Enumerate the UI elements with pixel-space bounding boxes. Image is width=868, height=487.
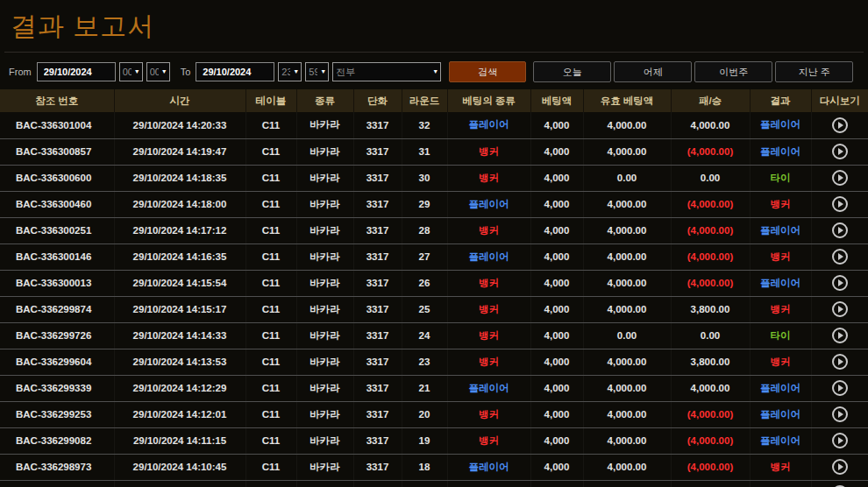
- cell-result: 뱅커: [750, 244, 811, 270]
- cell-shoe: 3317: [353, 375, 402, 401]
- play-circle-icon[interactable]: [832, 249, 848, 265]
- play-circle-icon[interactable]: [832, 117, 848, 133]
- play-circle-icon[interactable]: [832, 222, 848, 238]
- play-circle-icon[interactable]: [832, 170, 848, 186]
- column-header: 결과: [750, 89, 811, 112]
- play-circle-icon[interactable]: [832, 328, 848, 343]
- cell-game-type: 바카라: [296, 401, 353, 427]
- cell-time: 29/10/2024 14:18:00: [114, 191, 245, 217]
- cell-result: 플레이어: [750, 112, 811, 138]
- cell-game-type: 바카라: [296, 427, 353, 454]
- cell-time: 29/10/2024 14:14:33: [114, 322, 245, 349]
- table-row: BAC-336300146 29/10/2024 14:16:35 C11 바카…: [0, 244, 868, 270]
- cell-table: C11: [245, 427, 296, 454]
- cell-result: 플레이어: [750, 138, 811, 165]
- page-title: 결과 보고서: [0, 0, 868, 52]
- play-circle-icon[interactable]: [832, 433, 848, 448]
- play-circle-icon[interactable]: [832, 144, 848, 159]
- cell-bet-type: 뱅커: [447, 349, 530, 375]
- cell-time: 29/10/2024 14:12:29: [114, 375, 245, 401]
- cell-bet-type: 플레이어: [447, 191, 530, 217]
- cell-game-type: 바카라: [296, 322, 353, 349]
- cell-win-lose: 0.00: [671, 322, 750, 349]
- cell-bet-amount: 4,000: [530, 454, 583, 480]
- cell-replay: [811, 138, 868, 165]
- from-hour-select[interactable]: 00: [119, 62, 143, 81]
- from-date-input[interactable]: [37, 62, 116, 81]
- cell-result: 뱅커: [750, 191, 811, 217]
- yesterday-button[interactable]: 어제: [614, 61, 692, 82]
- cell-game-type: 바카라: [296, 138, 353, 165]
- this-week-button[interactable]: 이번주: [694, 61, 772, 82]
- play-circle-icon[interactable]: [832, 275, 848, 291]
- play-circle-icon[interactable]: [832, 406, 848, 422]
- cell-win-lose: (4,000.00): [671, 454, 750, 480]
- table-row: BAC-336299874 29/10/2024 14:15:17 C11 바카…: [0, 296, 868, 322]
- cell-reference-number: BAC-336298783: [0, 480, 114, 487]
- to-date-input[interactable]: [196, 62, 274, 81]
- cell-win-lose: (4,000.00): [671, 244, 750, 270]
- cell-time: 29/10/2024 14:11:15: [114, 427, 245, 454]
- cell-round: 25: [402, 296, 447, 322]
- cell-reference-number: BAC-336300857: [0, 138, 114, 165]
- cell-table: C11: [245, 138, 296, 165]
- table-row: BAC-336298973 29/10/2024 14:10:45 C11 바카…: [0, 454, 868, 480]
- to-minute-select[interactable]: 59: [305, 62, 329, 81]
- to-hour-select[interactable]: 23: [278, 62, 302, 81]
- cell-round: 23: [402, 349, 447, 375]
- today-button[interactable]: 오늘: [533, 61, 611, 82]
- table-row: BAC-336299339 29/10/2024 14:12:29 C11 바카…: [0, 375, 868, 401]
- column-header: 종류: [296, 89, 353, 112]
- search-button[interactable]: 검색: [449, 61, 526, 82]
- cell-bet-amount: 4,000: [530, 401, 583, 427]
- cell-reference-number: BAC-336300146: [0, 244, 114, 270]
- table-row: BAC-336299604 29/10/2024 14:13:53 C11 바카…: [0, 349, 868, 375]
- cell-win-lose: 4,000.00: [671, 480, 750, 487]
- play-circle-icon[interactable]: [832, 459, 848, 475]
- cell-round: 24: [402, 322, 447, 349]
- play-circle-icon[interactable]: [832, 196, 848, 212]
- cell-time: 29/10/2024 14:12:01: [114, 401, 245, 427]
- cell-replay: [811, 217, 868, 244]
- cell-bet-amount: 4,000: [530, 375, 583, 401]
- column-header: 참조 번호: [0, 89, 114, 112]
- play-circle-icon[interactable]: [832, 354, 848, 370]
- cell-result: 플레이어: [750, 375, 811, 401]
- last-week-button[interactable]: 지난 주: [775, 61, 853, 82]
- cell-result: 타이: [750, 322, 811, 349]
- to-label: To: [181, 67, 191, 77]
- cell-bet-amount: 4,000: [530, 191, 583, 217]
- cell-win-lose: (4,000.00): [671, 270, 750, 296]
- cell-result: 뱅커: [750, 454, 811, 480]
- cell-win-lose: (4,000.00): [671, 191, 750, 217]
- cell-result: 플레이어: [750, 217, 811, 244]
- cell-shoe: 3317: [353, 296, 402, 322]
- cell-win-lose: 3,800.00: [671, 349, 750, 375]
- cell-bet-amount: 4,000: [530, 270, 583, 296]
- cell-bet-type: 뱅커: [447, 296, 530, 322]
- cell-reference-number: BAC-336300600: [0, 165, 114, 191]
- cell-game-type: 바카라: [296, 244, 353, 270]
- cell-round: 20: [402, 401, 447, 427]
- cell-valid-bet-amount: 4,000.00: [583, 427, 671, 454]
- play-circle-icon[interactable]: [832, 380, 848, 396]
- cell-bet-amount: 4,000: [530, 165, 583, 191]
- from-hour-select-wrap: 00: [119, 62, 143, 81]
- play-circle-icon[interactable]: [832, 301, 848, 317]
- cell-valid-bet-amount: 4,000.00: [583, 401, 671, 427]
- from-minute-select[interactable]: 00: [146, 62, 170, 81]
- from-minute-select-wrap: 00: [146, 62, 170, 81]
- cell-valid-bet-amount: 4,000.00: [583, 191, 671, 217]
- cell-valid-bet-amount: 4,000.00: [583, 112, 671, 138]
- column-header: 베팅액: [530, 89, 583, 112]
- cell-bet-amount: 4,000: [530, 112, 583, 138]
- cell-table: C11: [245, 270, 296, 296]
- cell-table: C11: [245, 454, 296, 480]
- cell-shoe: 3317: [353, 349, 402, 375]
- cell-result: 플레이어: [750, 270, 811, 296]
- cell-replay: [811, 322, 868, 349]
- cell-table: C11: [245, 480, 296, 487]
- cell-time: 29/10/2024 14:16:35: [114, 244, 245, 270]
- cell-win-lose: (4,000.00): [671, 217, 750, 244]
- game-filter-select[interactable]: 전부: [332, 62, 441, 81]
